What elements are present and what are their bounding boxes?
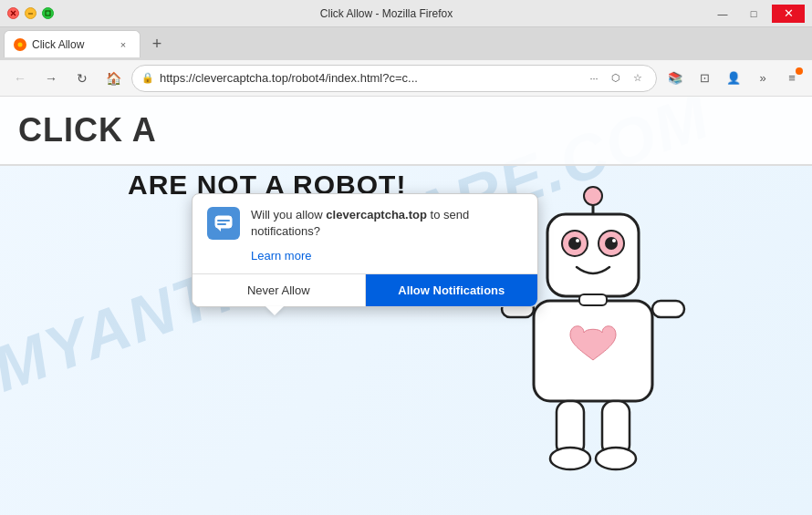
tab-close-btn[interactable]: × (116, 37, 130, 52)
win-maximize-btn[interactable]: □ (741, 5, 766, 23)
tab-label: Click Allow (32, 38, 110, 51)
toolbar-right: 📚 ⊡ 👤 » ≡ (662, 66, 805, 91)
notif-chat-icon (207, 207, 240, 240)
title-bar: Click Allow - Mozilla Firefox — □ ✕ (0, 0, 812, 27)
click-banner: CLICK A (0, 97, 812, 166)
tab-click-allow[interactable]: Click Allow × (4, 30, 141, 57)
svg-point-13 (576, 239, 579, 242)
never-allow-btn[interactable]: Never Allow (193, 274, 366, 306)
extensions-btn[interactable]: » (750, 66, 776, 91)
svg-point-21 (550, 448, 590, 469)
toolbar: ← → ↻ 🏠 🔒 ··· ⬡ ☆ 📚 ⊡ 👤 » ≡ (0, 60, 812, 97)
svg-point-7 (584, 187, 602, 205)
svg-rect-18 (652, 301, 684, 317)
notif-header: Will you allow clevercaptcha.top to send… (207, 207, 523, 240)
win-minimize-btn[interactable]: — (710, 5, 735, 23)
window-min-btn[interactable] (25, 7, 36, 19)
svg-point-5 (18, 42, 23, 46)
window-title: Click Allow - Mozilla Firefox (63, 7, 710, 20)
notification-popup: Will you allow clevercaptcha.top to send… (192, 193, 538, 307)
new-tab-btn[interactable]: + (144, 31, 170, 57)
click-banner-text: CLICK A (18, 111, 157, 149)
notif-message: Will you allow clevercaptcha.top to send… (251, 207, 523, 240)
svg-point-22 (596, 448, 636, 469)
svg-rect-23 (215, 216, 232, 228)
svg-rect-6 (547, 214, 639, 296)
window-action-buttons[interactable]: — □ ✕ (710, 5, 805, 23)
address-bar-actions: ··· ⬡ ☆ (585, 69, 647, 88)
reload-btn[interactable]: ↻ (69, 66, 95, 91)
svg-rect-16 (579, 294, 607, 305)
notification-badge (796, 67, 803, 75)
url-input[interactable] (160, 71, 579, 85)
page-content: MYANTISPYWARE.COM CLICK A ARE NOT A ROBO… (0, 97, 812, 515)
lock-icon: 🔒 (141, 72, 154, 84)
svg-point-14 (612, 239, 616, 242)
notif-action-buttons: Never Allow Allow Notifications (193, 273, 537, 306)
tab-favicon (14, 38, 26, 51)
menu-btn[interactable]: ≡ (779, 66, 805, 91)
svg-point-11 (568, 237, 581, 250)
site-info-btn[interactable]: ··· (585, 69, 603, 88)
win-close-btn[interactable]: ✕ (772, 5, 805, 23)
window-close-btn[interactable] (7, 7, 19, 19)
allow-notifications-btn[interactable]: Allow Notifications (366, 274, 538, 306)
tab-bar: Click Allow × + (0, 27, 812, 60)
address-bar[interactable]: 🔒 ··· ⬡ ☆ (131, 65, 657, 92)
svg-point-12 (605, 237, 618, 250)
home-btn[interactable]: 🏠 (100, 66, 126, 91)
notif-learn-more-link[interactable]: Learn more (251, 249, 311, 263)
bookmark-btn[interactable]: ☆ (629, 69, 647, 88)
forward-btn[interactable]: → (38, 66, 64, 91)
window-max-btn[interactable] (42, 7, 54, 19)
svg-rect-3 (46, 11, 50, 15)
pocket-btn[interactable]: ⬡ (607, 69, 625, 88)
account-btn[interactable]: 👤 (721, 66, 746, 91)
window-controls[interactable] (7, 7, 54, 19)
container-btn[interactable]: ⊡ (692, 66, 717, 91)
back-btn[interactable]: ← (7, 66, 33, 91)
library-btn[interactable]: 📚 (662, 66, 688, 91)
